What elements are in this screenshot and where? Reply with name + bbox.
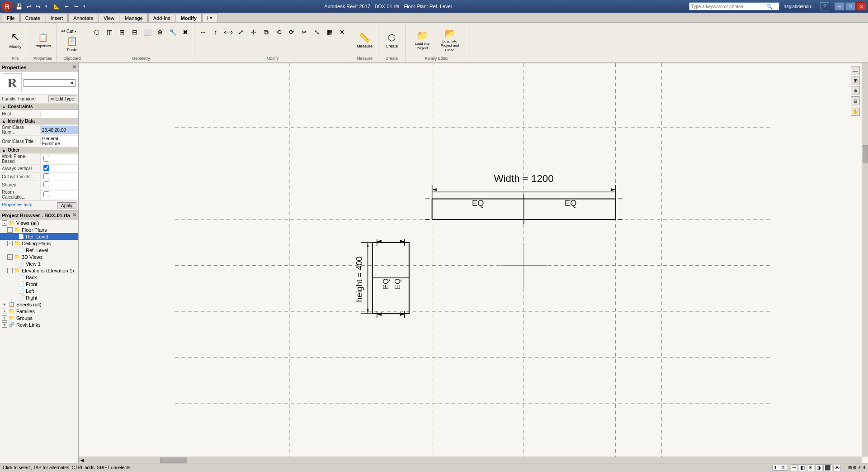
tab-geometry-dropdown[interactable]: | ▾	[202, 13, 217, 22]
scale-label[interactable]: 1 : 20	[772, 465, 787, 471]
identity-data-header[interactable]: ▲ Identity Data	[0, 118, 78, 124]
search-box[interactable]: 🔍	[689, 2, 779, 10]
scroll-left-btn[interactable]: ◀	[79, 457, 85, 463]
geometry-btn1[interactable]: ⬡	[91, 26, 103, 38]
measure-btn[interactable]: 📐	[52, 2, 61, 11]
undo-btn[interactable]: ↩	[24, 2, 33, 11]
load-close-btn[interactable]: 📂 Load into Project and Close	[436, 27, 463, 53]
delete-btn[interactable]: ✕	[336, 26, 348, 38]
undo2-btn[interactable]: ↩	[62, 2, 71, 11]
geometry-btn7[interactable]: 🔧	[167, 26, 179, 38]
minimize-btn[interactable]: ─	[835, 2, 844, 10]
revit-links-expand[interactable]: +	[2, 322, 7, 328]
work-plane-value[interactable]	[41, 155, 78, 163]
sheets-expand[interactable]: +	[2, 302, 7, 307]
views-all-expand[interactable]: -	[2, 220, 7, 226]
groups-expand[interactable]: +	[2, 315, 7, 321]
visibility-icon[interactable]: 👁	[833, 465, 841, 471]
array-btn[interactable]: ▦	[324, 26, 335, 38]
3d-views-expand[interactable]: -	[7, 254, 13, 260]
shared-checkbox[interactable]	[43, 181, 49, 187]
paste-btn[interactable]: 📋 Paste	[59, 36, 85, 52]
tree-item-ref-level-cp[interactable]: 📄 Ref. Level	[0, 247, 78, 253]
host-input[interactable]	[42, 110, 77, 117]
cut-with-voids-value[interactable]	[41, 173, 78, 181]
align-btn[interactable]: ↔	[197, 26, 209, 38]
vp-btn-2[interactable]: ⊞	[851, 76, 860, 85]
redo-btn[interactable]: ↪	[33, 2, 42, 11]
properties-help-link[interactable]: Properties help	[2, 202, 32, 209]
tree-item-front[interactable]: 📄 Front	[0, 281, 78, 287]
geometry-btn4[interactable]: ⊟	[129, 26, 141, 38]
tree-item-view1[interactable]: 📄 View 1	[0, 260, 78, 267]
tab-addins[interactable]: Add-Ins	[148, 13, 175, 22]
ceiling-plans-expand[interactable]: -	[7, 241, 13, 246]
canvas-viewport[interactable]: — ⊞ ✕ 🔍 ⊕ ⊟ ✋	[79, 63, 868, 463]
offset-btn[interactable]: ↕	[210, 26, 222, 38]
families-expand[interactable]: +	[2, 309, 7, 314]
qa-dropdown2[interactable]: ▾	[81, 2, 87, 11]
pan-btn[interactable]: ✋	[851, 107, 860, 116]
vertical-scrollbar[interactable]	[862, 63, 868, 457]
apply-btn[interactable]: Apply	[57, 202, 76, 209]
close-btn[interactable]: ✕	[856, 2, 866, 10]
sun-icon[interactable]: ☀	[807, 464, 814, 471]
tab-manage[interactable]: Manage	[120, 13, 148, 22]
tree-item-ceiling-plans[interactable]: - 📁 Ceiling Plans	[0, 240, 78, 247]
host-value[interactable]	[41, 110, 78, 118]
move-btn[interactable]: ✛	[248, 26, 259, 38]
help-btn[interactable]: ?	[820, 2, 829, 10]
project-browser-close-btn[interactable]: ✕	[72, 212, 76, 218]
crop-icon[interactable]: ⬛	[823, 464, 832, 471]
tree-item-elevations[interactable]: - 📁 Elevations (Elevation 1)	[0, 267, 78, 274]
shadow-icon[interactable]: ◑	[815, 464, 822, 471]
properties-close-btn[interactable]: ✕	[72, 64, 76, 70]
work-plane-checkbox[interactable]	[43, 156, 49, 162]
always-vertical-checkbox[interactable]	[43, 165, 49, 171]
vp-btn-1[interactable]: —	[851, 66, 860, 75]
tree-item-revit-links[interactable]: + 🔗 Revit Links	[0, 321, 78, 328]
geometry-btn2[interactable]: ◫	[104, 26, 115, 38]
mirror-pp-btn[interactable]: ⟺	[222, 26, 234, 38]
tree-item-ref-level-fp[interactable]: 📄 Ref. Level	[0, 233, 78, 240]
rotate-btn[interactable]: ⟲	[273, 26, 285, 38]
hscroll-thumb[interactable]	[160, 458, 187, 463]
room-calc-value[interactable]	[41, 191, 78, 199]
zoom-region-btn[interactable]: ⊟	[851, 96, 860, 105]
scale-btn[interactable]: ⤡	[311, 26, 323, 38]
edit-type-btn[interactable]: ✏ Edit Type	[48, 95, 76, 102]
tab-create[interactable]: Create	[20, 13, 45, 22]
tree-item-families[interactable]: + 📁 Families	[0, 308, 78, 315]
shared-value[interactable]	[41, 181, 78, 189]
vscroll-thumb[interactable]	[863, 145, 868, 163]
cut-with-voids-checkbox[interactable]	[43, 173, 49, 179]
constraints-header[interactable]: ▲ Constraints	[0, 104, 78, 110]
tree-item-left[interactable]: 📄 Left	[0, 287, 78, 294]
visual-style-icon[interactable]: ◧	[799, 464, 806, 471]
search-input[interactable]	[689, 3, 766, 10]
properties-palette-btn[interactable]: 📋 Properties	[33, 27, 53, 52]
measure-tool-btn[interactable]: 📏 Measure	[355, 27, 375, 53]
tab-insert[interactable]: Insert	[46, 13, 68, 22]
elevations-expand[interactable]: -	[7, 268, 13, 273]
tree-item-floor-plans[interactable]: - 📁 Floor Plans	[0, 226, 78, 233]
modify-tool-btn[interactable]: ↖ Modify	[5, 26, 25, 53]
type-selector-dropdown[interactable]: ▾	[24, 79, 75, 87]
other-header[interactable]: ▲ Other	[0, 147, 78, 153]
tab-file[interactable]: File	[2, 13, 20, 22]
detail-level-icon[interactable]: ☰	[791, 464, 798, 471]
omniclass-num-input[interactable]	[42, 127, 77, 133]
geometry-btn5[interactable]: ⬜	[142, 26, 153, 38]
load-into-project-btn[interactable]: 📁 Load into Project	[410, 27, 434, 53]
tab-modify[interactable]: Modify	[176, 13, 202, 22]
redo2-btn[interactable]: ↪	[71, 2, 80, 11]
tab-view[interactable]: View	[99, 13, 119, 22]
tree-item-right[interactable]: 📄 Right	[0, 294, 78, 301]
omniclass-num-value[interactable]	[41, 126, 78, 134]
mirror-pa-btn[interactable]: ⤢	[235, 26, 247, 38]
geometry-btn8[interactable]: ✖	[179, 26, 191, 38]
qa-dropdown[interactable]: ▾	[43, 2, 49, 11]
tree-item-sheets[interactable]: + 📋 Sheets (all)	[0, 301, 78, 308]
tree-item-views-all[interactable]: - 📁 Views (all)	[0, 219, 78, 226]
save-btn[interactable]: 💾	[14, 2, 24, 11]
